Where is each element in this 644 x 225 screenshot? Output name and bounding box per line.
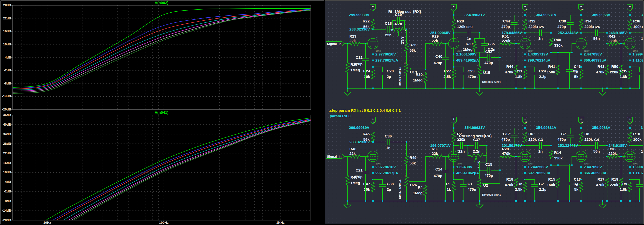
waveform-viewer-panel[interactable]: V(n002)28dB22dB16dB10dB4dB-2dB-8dB-14dB-…	[1, 1, 324, 224]
junction-dot	[524, 14, 526, 16]
junction-dot	[479, 200, 480, 202]
trace-RX=0.4[interactable]	[12, 120, 312, 224]
component-value: 22k	[349, 151, 356, 156]
junction-dot	[580, 166, 582, 168]
stage-row0-s5[interactable]: +C359.9968VR36100k248.9185VC29100nu12AX7…	[608, 4, 643, 89]
resistor-icon[interactable]	[473, 40, 476, 51]
resistor-icon[interactable]	[579, 18, 583, 31]
resistor-icon[interactable]	[549, 149, 553, 160]
resistor-icon[interactable]	[523, 181, 527, 193]
trace-RX=1[interactable]	[12, 10, 312, 93]
resistor-icon[interactable]	[579, 131, 583, 144]
component-value: 220k	[584, 24, 593, 29]
resistor-icon[interactable]	[405, 42, 408, 52]
svg-text:12AX7: 12AX7	[457, 50, 462, 52]
resistor-icon[interactable]	[556, 177, 560, 189]
resistor-icon[interactable]	[478, 178, 481, 190]
trace-title: V(n041)	[155, 110, 168, 115]
resistor-icon[interactable]	[371, 181, 375, 193]
resistor-icon[interactable]	[523, 68, 527, 80]
cathode-voltage: 1.4395719V	[528, 52, 548, 56]
resistor-icon[interactable]	[371, 68, 375, 80]
trace-RX=0[interactable]	[12, 118, 312, 224]
trace-RX=0.4[interactable]	[12, 10, 312, 90]
junction-dot	[580, 60, 582, 61]
ground-icon[interactable]	[476, 92, 483, 95]
ground-icon[interactable]	[599, 205, 606, 208]
component-ref: R47	[363, 182, 370, 186]
trace-RX=0.2[interactable]	[12, 10, 312, 89]
resistor-icon[interactable]	[346, 61, 349, 73]
trace-RX=1[interactable]	[12, 121, 312, 224]
stage-row1-s5[interactable]: +C359.9968VR10100k248.9185VC6100nu12AX71…	[608, 117, 643, 202]
ground-icon[interactable]	[344, 92, 351, 95]
component-value: 470p	[501, 137, 510, 142]
node-voltage: 252.32448V	[558, 143, 578, 148]
trace-RX=0.6[interactable]	[12, 120, 312, 224]
resistor-icon[interactable]	[424, 72, 427, 84]
resistor-icon[interactable]	[605, 177, 609, 189]
trace-RX=0[interactable]	[12, 9, 312, 88]
stage-row1-s4[interactable]: +C359.9968VR8220kC7470p252.32448VC456nu1…	[557, 117, 625, 202]
component-value: 1.8k	[515, 74, 523, 79]
resistor-icon[interactable]	[346, 174, 349, 186]
pane-vn041[interactable]: V(n041)46dB40dB34dB28dB22dB16dB10dB4dB-2…	[2, 110, 312, 224]
ground-icon[interactable]	[476, 205, 483, 208]
component-ref: C2	[539, 182, 544, 186]
svg-text:12AX7: 12AX7	[528, 50, 533, 52]
trace-RX=0.8[interactable]	[12, 10, 312, 92]
resistor-icon[interactable]	[579, 68, 583, 80]
trace-RX=0.8[interactable]	[12, 121, 312, 224]
stage-row1-s2[interactable]: +D354.99631VR2120k196.07071VC1322nu12AX7…	[430, 117, 520, 202]
resistor-icon[interactable]	[579, 181, 583, 193]
stage-row1-s3[interactable]: +D354.99631VR6220kC17470p201.50175VC31nu…	[501, 117, 581, 202]
resistor-icon[interactable]	[628, 181, 632, 193]
pane-vn002[interactable]: V(n002)28dB22dB16dB10dB4dB-2dB-8dB-14dB-…	[2, 1, 312, 111]
stage-row1-s1[interactable]: +E299.99939VR4556k283.32336VC361nu12AX72…	[326, 117, 431, 202]
resistor-icon[interactable]	[452, 181, 455, 193]
junction-dot	[620, 88, 622, 89]
resistor-icon[interactable]	[523, 18, 527, 31]
svg-text:12AX7: 12AX7	[584, 50, 589, 52]
stage-row0-s1[interactable]: +E299.99939VR2256k283.32336VC1822nu12AX7…	[326, 4, 431, 89]
component-value: 100n	[641, 36, 643, 41]
resistor-icon[interactable]	[628, 68, 632, 80]
pot-note: Rt=25k set=0.5	[398, 67, 401, 86]
component-ref: C30	[559, 19, 566, 23]
stage-row0-s4[interactable]: +C359.9968VR34220kC30470p252.32448VC2656…	[557, 4, 625, 89]
ground-icon[interactable]	[344, 205, 351, 208]
wire	[373, 67, 382, 72]
component-value: 470p	[557, 24, 566, 29]
stage-row0-s2[interactable]: +D354.99631VR28120k251.02065VC391nu12AX7…	[430, 4, 520, 89]
resistor-icon[interactable]	[605, 64, 609, 76]
schematic-canvas[interactable]: +E299.99939VR2256k283.32336VC1822nu12AX7…	[325, 1, 643, 224]
resistor-icon[interactable]	[549, 37, 553, 47]
svg-text:u: u	[529, 36, 530, 38]
resistor-icon[interactable]	[424, 185, 427, 197]
resistor-icon[interactable]	[628, 18, 632, 31]
node-voltage: 283.32336V	[349, 27, 370, 31]
svg-text:2.2n: 2.2n	[473, 149, 480, 153]
resistor-icon[interactable]	[470, 154, 485, 157]
junction-dot	[629, 200, 631, 202]
resistor-icon[interactable]	[556, 64, 560, 76]
resistor-icon[interactable]	[628, 131, 632, 144]
junction-dot	[524, 172, 526, 174]
resistor-icon[interactable]	[452, 131, 455, 144]
svg-text:C: C	[629, 9, 632, 11]
resistor-icon[interactable]	[392, 27, 404, 31]
component-value: 1.8k	[620, 74, 627, 79]
wire	[525, 180, 535, 185]
schematic-panel[interactable]: +E299.99939VR2256k283.32336VC1822nu12AX7…	[325, 1, 643, 224]
resistor-icon[interactable]	[478, 65, 481, 77]
resistor-icon[interactable]	[452, 18, 455, 31]
resistor-icon[interactable]	[452, 68, 455, 80]
resistor-icon[interactable]	[405, 155, 408, 165]
resistor-icon[interactable]	[523, 131, 527, 144]
trace-RX=0.1[interactable]	[12, 9, 312, 88]
wire	[543, 146, 551, 149]
ground-icon[interactable]	[599, 92, 606, 95]
waveform-plot[interactable]: V(n002)28dB22dB16dB10dB4dB-2dB-8dB-14dB-…	[1, 1, 324, 224]
svg-text:+: +	[453, 118, 454, 121]
stage-row0-s3[interactable]: +D354.99631VR32220kC44470p179.04865VC251…	[501, 4, 581, 89]
